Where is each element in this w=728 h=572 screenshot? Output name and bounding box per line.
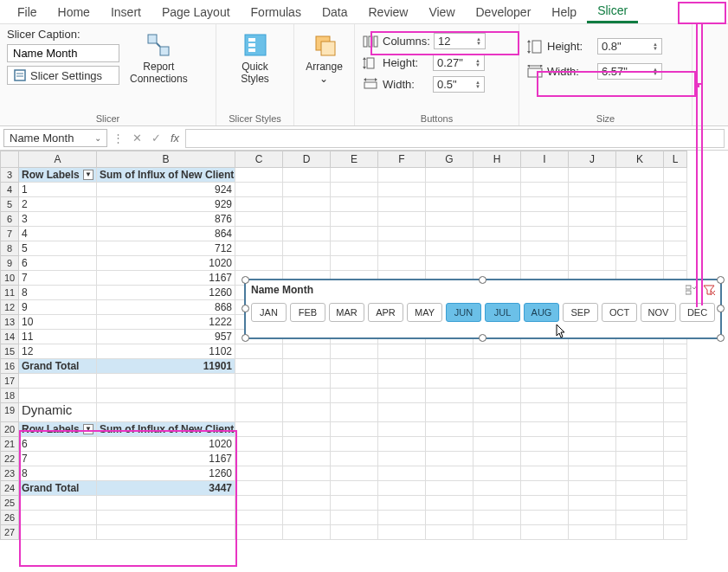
cell[interactable] (235, 212, 283, 227)
cell[interactable] (664, 466, 687, 481)
cell[interactable]: Dynamic (19, 403, 97, 422)
cell[interactable] (283, 344, 331, 359)
cell[interactable] (283, 359, 331, 374)
cell[interactable] (616, 496, 664, 511)
cell[interactable] (283, 466, 331, 481)
cell[interactable] (474, 344, 521, 359)
cell[interactable] (426, 344, 474, 359)
enter-icon[interactable]: ✓ (147, 132, 164, 145)
tab-view[interactable]: View (418, 2, 465, 22)
cell[interactable] (426, 183, 474, 197)
row-header[interactable]: 3 (0, 168, 19, 183)
col-header-B[interactable]: B (97, 151, 235, 168)
cell[interactable]: 6 (19, 437, 97, 452)
cell[interactable] (569, 183, 616, 197)
cell[interactable] (378, 389, 426, 403)
arrange-button[interactable]: Arrange⌄ (294, 28, 355, 88)
cell[interactable] (331, 374, 378, 389)
cell[interactable]: 1167 (97, 271, 235, 286)
cell[interactable] (664, 344, 687, 359)
cell[interactable] (331, 389, 378, 403)
cell[interactable]: Grand Total (19, 481, 97, 496)
cell[interactable] (378, 511, 426, 525)
tab-slicer[interactable]: Slicer (587, 0, 638, 23)
button-width-input[interactable]: 0.5"▲▼ (433, 76, 485, 93)
cell[interactable] (426, 227, 474, 241)
row-header[interactable]: 26 (0, 511, 19, 525)
cell[interactable] (616, 227, 664, 241)
cell[interactable] (474, 212, 521, 227)
row-header[interactable]: 21 (0, 437, 19, 452)
cell[interactable] (331, 481, 378, 496)
cell[interactable]: 7 (19, 271, 97, 286)
cell[interactable] (378, 197, 426, 212)
cell[interactable] (331, 241, 378, 256)
slicer-item-jun[interactable]: JUN (446, 303, 481, 322)
cell[interactable] (474, 227, 521, 241)
row-header[interactable]: 11 (0, 286, 19, 300)
cell[interactable]: 10 (19, 315, 97, 330)
cell[interactable] (283, 496, 331, 511)
cell[interactable] (235, 197, 283, 212)
cell[interactable] (283, 256, 331, 271)
cell[interactable] (235, 466, 283, 481)
cell[interactable] (521, 403, 569, 422)
cell[interactable] (664, 389, 687, 403)
slicer-item-feb[interactable]: FEB (290, 303, 325, 322)
cell[interactable] (97, 403, 235, 422)
cell[interactable] (283, 374, 331, 389)
multi-select-icon[interactable] (686, 285, 698, 295)
col-header-I[interactable]: I (521, 151, 569, 168)
cell[interactable] (378, 183, 426, 197)
cell[interactable]: Row Labels▼ (19, 168, 97, 183)
cell[interactable]: 8 (19, 466, 97, 481)
cell[interactable] (331, 511, 378, 525)
cell[interactable] (474, 452, 521, 466)
cell[interactable] (426, 389, 474, 403)
cell[interactable] (283, 422, 331, 437)
cell[interactable] (664, 374, 687, 389)
cell[interactable] (331, 227, 378, 241)
cell[interactable] (331, 344, 378, 359)
cell[interactable] (569, 437, 616, 452)
cell[interactable] (283, 183, 331, 197)
cell[interactable]: Sum of Influx of New Clients (97, 422, 235, 437)
cell[interactable]: 876 (97, 212, 235, 227)
size-height-input[interactable]: 0.8"▲▼ (597, 38, 662, 55)
slicer-name-month[interactable]: Name Month JANFEBMARAPRMAYJUNJULAUGSEPOC… (244, 279, 722, 339)
cell[interactable] (426, 359, 474, 374)
cell[interactable] (664, 168, 687, 183)
cell[interactable] (378, 212, 426, 227)
cell[interactable] (378, 403, 426, 422)
cell[interactable] (521, 374, 569, 389)
slicer-item-may[interactable]: MAY (407, 303, 442, 322)
row-header[interactable]: 18 (0, 389, 19, 403)
col-header-E[interactable]: E (331, 151, 378, 168)
cell[interactable] (235, 344, 283, 359)
cell[interactable]: 1222 (97, 315, 235, 330)
cell[interactable] (521, 422, 569, 437)
col-header-G[interactable]: G (426, 151, 474, 168)
cell[interactable] (474, 389, 521, 403)
cell[interactable] (569, 227, 616, 241)
clear-filter-icon[interactable] (703, 285, 715, 295)
cell[interactable] (664, 511, 687, 525)
cell[interactable]: 11 (19, 330, 97, 344)
cell[interactable] (19, 525, 97, 540)
cell[interactable] (569, 389, 616, 403)
cell[interactable] (664, 227, 687, 241)
cell[interactable] (426, 197, 474, 212)
cell[interactable] (235, 511, 283, 525)
cell[interactable] (426, 466, 474, 481)
cell[interactable] (664, 481, 687, 496)
cell[interactable] (474, 168, 521, 183)
cell[interactable]: 2 (19, 197, 97, 212)
cell[interactable] (283, 403, 331, 422)
cell[interactable] (521, 359, 569, 374)
cell[interactable] (378, 241, 426, 256)
cell[interactable] (331, 183, 378, 197)
tab-review[interactable]: Review (358, 2, 419, 22)
cancel-icon[interactable]: ✕ (128, 132, 145, 145)
cell[interactable] (235, 389, 283, 403)
cell[interactable] (378, 452, 426, 466)
